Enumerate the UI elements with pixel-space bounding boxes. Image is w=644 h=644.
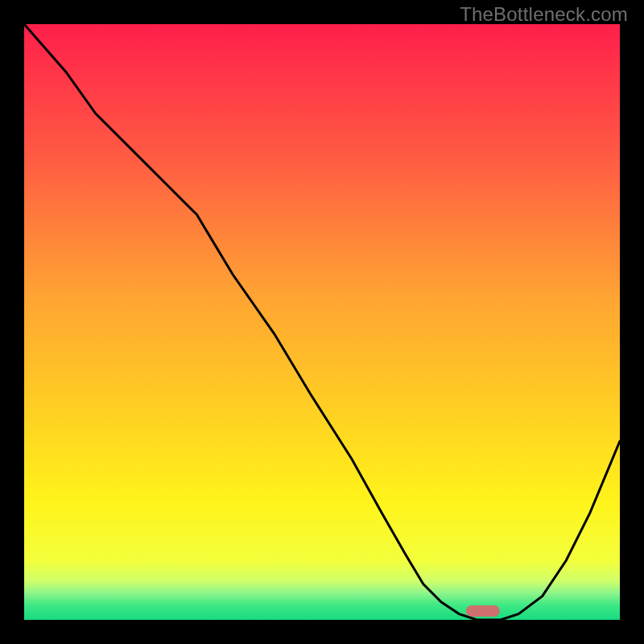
plot-background [24,24,620,620]
chart-frame: TheBottleneck.com [0,0,644,644]
bottleneck-chart [0,0,644,644]
watermark-label: TheBottleneck.com [460,3,628,26]
optimal-marker [466,605,500,617]
